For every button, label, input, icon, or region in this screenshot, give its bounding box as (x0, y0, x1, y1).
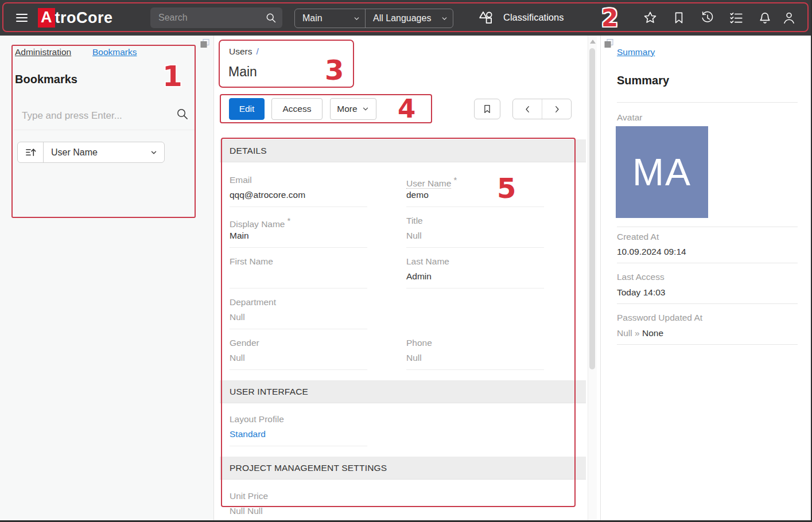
field-value: Main (230, 231, 367, 243)
field-value: Null (406, 353, 544, 365)
notifications-button[interactable] (757, 10, 772, 25)
collapse-panel-icon[interactable] (199, 38, 211, 49)
field-label: Department (230, 297, 367, 310)
tasks-button[interactable] (729, 10, 744, 25)
avatar[interactable]: MA (616, 126, 708, 218)
search-icon[interactable] (265, 12, 277, 24)
navbar-dropdown-group: Main All Languages (294, 9, 453, 28)
classifications-shapes-icon (478, 10, 494, 25)
sidebar-link-bookmarks[interactable]: Bookmarks (92, 47, 137, 57)
created-at-label: Created At (617, 232, 659, 242)
summary-link[interactable]: Summary (617, 47, 655, 57)
divider (617, 227, 798, 227)
next-record-button[interactable] (542, 99, 571, 119)
access-button[interactable]: Access (271, 98, 323, 120)
top-navbar: A troCore Main All Languages (0, 0, 812, 36)
global-search (150, 7, 282, 28)
sort-order-button[interactable] (18, 142, 44, 162)
sidebar-link-administration[interactable]: Administration (15, 47, 71, 57)
field-value (230, 271, 367, 283)
section-header-details: DETAILS (220, 139, 586, 162)
field-unit-price: Unit Price Null Null (230, 491, 367, 522)
field-title: Title Null (406, 216, 544, 248)
field-phone: Phone Null (406, 338, 544, 370)
section-header-project-management: PROJECT MANAGEMENT SETTINGS (220, 457, 586, 480)
star-icon (643, 10, 658, 25)
logo-text: troCore (55, 9, 113, 27)
divider (617, 263, 798, 263)
field-value: Null (230, 353, 367, 365)
sort-field-dropdown[interactable]: User Name (44, 142, 164, 162)
nav-item-classifications[interactable]: Classifications (478, 10, 564, 25)
last-access-label: Last Access (617, 272, 665, 282)
summary-title: Summary (617, 74, 669, 87)
sort-ascending-icon (25, 146, 37, 158)
bookmarks-button[interactable] (671, 10, 686, 25)
breadcrumb-parent[interactable]: Users (229, 46, 252, 56)
bookmark-record-button[interactable] (474, 99, 500, 119)
sort-field-value: User Name (44, 142, 164, 162)
divider (617, 303, 798, 304)
bell-icon (757, 10, 772, 25)
scrollbar-up-arrow[interactable] (590, 40, 596, 44)
sidebar-search-input[interactable] (21, 107, 173, 125)
field-layout-profile: Layout Profile Standard (230, 414, 367, 446)
field-value: Null (230, 312, 367, 324)
field-value: demo (406, 190, 544, 202)
global-search-input[interactable] (150, 7, 282, 28)
scrollbar-thumb[interactable] (589, 48, 595, 369)
field-label: Display Name* (230, 216, 367, 228)
field-email: Email qqq@atrocore.com (230, 175, 367, 207)
sidebar-search (21, 107, 171, 124)
field-label: Last Name (406, 256, 544, 269)
language-dropdown[interactable]: All Languages (365, 9, 453, 28)
required-mark: * (287, 216, 290, 225)
chevron-down-icon (441, 15, 448, 22)
favorites-button[interactable] (643, 10, 658, 25)
password-updated-prefix: Null » (617, 328, 640, 338)
section-header-user-interface: USER INTERFACE (220, 380, 586, 403)
search-icon[interactable] (176, 107, 189, 120)
collapse-panel-icon[interactable] (603, 38, 615, 49)
field-label: User Name* (406, 175, 544, 188)
field-value: Null Null (230, 506, 367, 518)
more-button[interactable]: More (330, 98, 376, 120)
user-menu-button[interactable] (782, 10, 797, 25)
field-value-link[interactable]: Standard (230, 429, 367, 441)
menu-toggle-button[interactable] (15, 11, 29, 25)
field-department: Department Null (230, 297, 367, 329)
field-gender: Gender Null (230, 338, 367, 370)
password-updated-current: None (642, 328, 663, 338)
bookmark-icon (482, 104, 492, 114)
field-display-name: Display Name* Main (230, 216, 367, 248)
last-access-value: Today 14:03 (617, 287, 665, 298)
field-value: Admin (406, 271, 544, 283)
field-label: Title (406, 216, 544, 228)
divider (617, 344, 798, 345)
field-label: Gender (230, 338, 367, 350)
history-button[interactable] (700, 10, 715, 25)
edit-button[interactable]: Edit (229, 98, 265, 120)
sidebar-sort-group: User Name (17, 142, 165, 163)
page-title: Main (228, 64, 257, 80)
required-mark: * (453, 175, 457, 185)
chevron-left-icon (523, 104, 533, 114)
app-window: A troCore Main All Languages (0, 0, 812, 522)
hamburger-icon (15, 11, 29, 25)
password-updated-label: Password Updated At (617, 313, 702, 323)
chevron-down-icon (362, 105, 370, 113)
field-user-name: User Name* demo (406, 175, 544, 207)
previous-record-button[interactable] (513, 99, 542, 119)
app-logo[interactable]: A troCore (38, 7, 113, 28)
record-pager (512, 99, 572, 119)
divider (600, 36, 601, 522)
password-updated-value: Null » None (617, 328, 663, 338)
field-label: Layout Profile (230, 414, 367, 427)
user-icon (782, 10, 797, 25)
chevron-right-icon (552, 104, 562, 114)
avatar-label: Avatar (617, 112, 643, 123)
chevron-down-icon (353, 15, 360, 22)
bookmark-icon (671, 10, 686, 25)
breadcrumb-separator: / (256, 46, 258, 56)
layout-dropdown[interactable]: Main (295, 9, 365, 28)
